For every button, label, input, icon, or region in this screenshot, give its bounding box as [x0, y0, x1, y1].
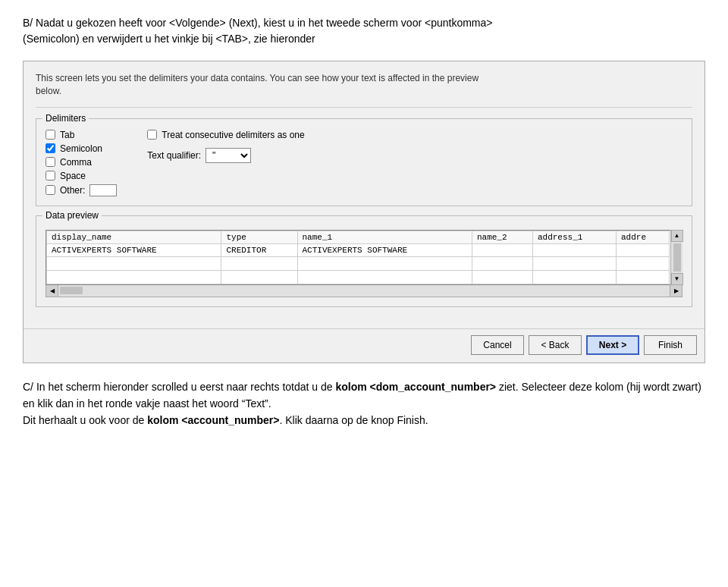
- col-type: type: [221, 231, 297, 243]
- dialog-inner: This screen lets you set the delimiters …: [24, 61, 704, 328]
- table-row: ACTIVEXPERTS SOFTWARE CREDITOR ACTIVEXPE…: [47, 243, 670, 256]
- col-display-name: display_name: [47, 231, 221, 243]
- cell-addre: [617, 243, 670, 256]
- intro-line1: B/ Nadat u gekozen heeft voor <Volgende>…: [23, 17, 492, 29]
- other-checkbox[interactable]: [46, 185, 55, 195]
- page-container: B/ Nadat u gekozen heeft voor <Volgende>…: [23, 15, 705, 429]
- consecutive-label: Treat consecutive delimiters as one: [162, 130, 304, 140]
- scroll-up-arrow[interactable]: ▲: [671, 230, 683, 242]
- other-label: Other:: [60, 185, 85, 196]
- semicolon-label: Semicolon: [60, 143, 102, 154]
- col-name1: name_1: [297, 231, 472, 243]
- col-name2: name_2: [472, 231, 532, 243]
- scroll-right-arrow[interactable]: ▶: [670, 284, 682, 297]
- data-preview-section: Data preview display_name type name_1 na…: [36, 215, 692, 307]
- comma-label: Comma: [60, 157, 92, 168]
- outro-bold1: kolom <dom_account_number>: [335, 381, 496, 393]
- delimiters-section: Delimiters Tab Semicolon Com: [36, 118, 692, 206]
- scroll-thumb[interactable]: [673, 243, 681, 272]
- tab-label: Tab: [60, 130, 74, 140]
- comma-checkbox[interactable]: [46, 157, 55, 167]
- cell-name1: ACTIVEXPERTS SOFTWARE: [297, 243, 472, 256]
- dialog-box: This screen lets you set the delimiters …: [23, 61, 705, 363]
- preview-table-container: display_name type name_1 name_2 address_…: [46, 230, 682, 285]
- back-button[interactable]: < Back: [529, 335, 582, 355]
- outro-line4: . Klik daarna op de knop Finish.: [280, 414, 428, 426]
- dialog-buttons: Cancel < Back Next > Finish: [24, 328, 704, 363]
- options-right: Treat consecutive delimiters as one Text…: [147, 130, 304, 163]
- scroll-down-arrow[interactable]: ▼: [671, 273, 683, 285]
- next-button[interactable]: Next >: [586, 335, 639, 355]
- vertical-scrollbar[interactable]: ▲ ▼: [670, 230, 682, 285]
- tab-checkbox-row: Tab: [46, 130, 117, 140]
- delimiters-content: Tab Semicolon Comma Space: [46, 130, 682, 196]
- finish-button[interactable]: Finish: [644, 335, 697, 355]
- dialog-description: This screen lets you set the delimiters …: [36, 72, 692, 108]
- qualifier-label: Text qualifier:: [147, 150, 201, 161]
- semicolon-checkbox[interactable]: [46, 143, 55, 153]
- space-label: Space: [60, 171, 86, 181]
- cancel-button[interactable]: Cancel: [471, 335, 524, 355]
- table-row-empty2: [47, 270, 670, 284]
- intro-line2: (Semicolon) en verwijdert u het vinkje b…: [23, 33, 315, 45]
- outro-bold2: kolom <account_number>: [147, 414, 279, 426]
- space-checkbox-row: Space: [46, 171, 117, 181]
- outro-line3: Dit herhaalt u ook voor de: [23, 414, 147, 426]
- tab-checkbox[interactable]: [46, 130, 55, 140]
- cell-name2: [472, 243, 532, 256]
- data-preview-label: Data preview: [42, 210, 102, 221]
- comma-checkbox-row: Comma: [46, 157, 117, 168]
- space-checkbox[interactable]: [46, 171, 55, 180]
- cell-type: CREDITOR: [221, 243, 297, 256]
- outro-paragraph: C/ In het scherm hieronder scrolled u ee…: [23, 378, 705, 429]
- intro-paragraph: B/ Nadat u gekozen heeft voor <Volgende>…: [23, 15, 705, 47]
- qualifier-select[interactable]: ": [206, 148, 251, 163]
- semicolon-checkbox-row: Semicolon: [46, 143, 117, 154]
- other-input[interactable]: [89, 184, 117, 196]
- table-row-empty: [47, 256, 670, 270]
- outro-line1: C/ In het scherm hieronder scrolled u ee…: [23, 381, 335, 393]
- h-scroll-thumb[interactable]: [60, 287, 83, 294]
- consecutive-checkbox[interactable]: [147, 130, 157, 140]
- preview-wrapper: display_name type name_1 name_2 address_…: [46, 230, 682, 285]
- col-addre: addre: [617, 231, 670, 243]
- horizontal-scrollbar[interactable]: ◀ ▶: [46, 285, 682, 297]
- cell-display-name: ACTIVEXPERTS SOFTWARE: [47, 243, 221, 256]
- scroll-left-arrow[interactable]: ◀: [46, 284, 58, 297]
- checkboxes-left: Tab Semicolon Comma Space: [46, 130, 117, 196]
- delimiters-label: Delimiters: [42, 113, 89, 124]
- qualifier-row: Text qualifier: ": [147, 148, 304, 163]
- col-address1: address_1: [532, 231, 616, 243]
- other-checkbox-row: Other:: [46, 184, 117, 196]
- cell-address1: [532, 243, 616, 256]
- table-header-row: display_name type name_1 name_2 address_…: [47, 231, 670, 243]
- consecutive-row: Treat consecutive delimiters as one: [147, 130, 304, 140]
- preview-table: display_name type name_1 name_2 address_…: [46, 231, 670, 284]
